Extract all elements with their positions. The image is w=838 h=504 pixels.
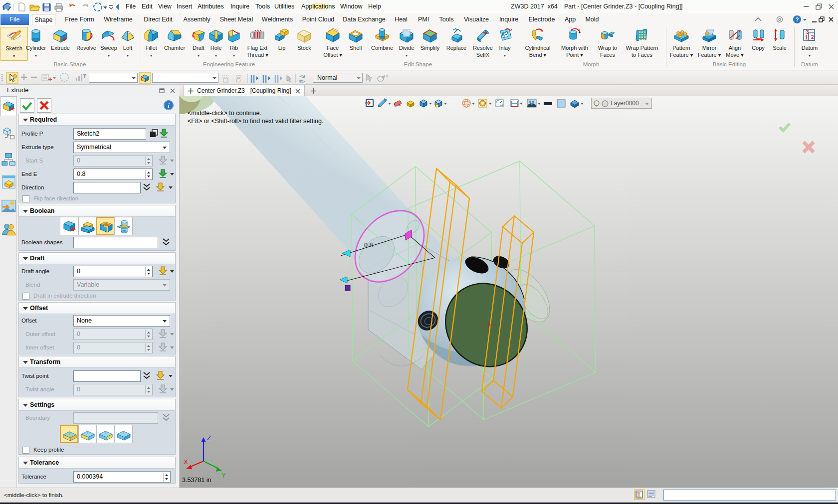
svg-text:X: X [184,458,188,466]
svg-text:0.8: 0.8 [364,242,373,249]
svg-text:Z: Z [207,434,211,442]
svg-text:3: 3 [806,29,809,35]
svg-text:?: ? [796,16,799,22]
svg-text:1: 1 [805,35,808,40]
svg-text:2: 2 [811,34,814,40]
svg-text:i: i [168,102,170,109]
svg-text:Y: Y [221,472,226,479]
svg-text:T: T [637,492,640,498]
